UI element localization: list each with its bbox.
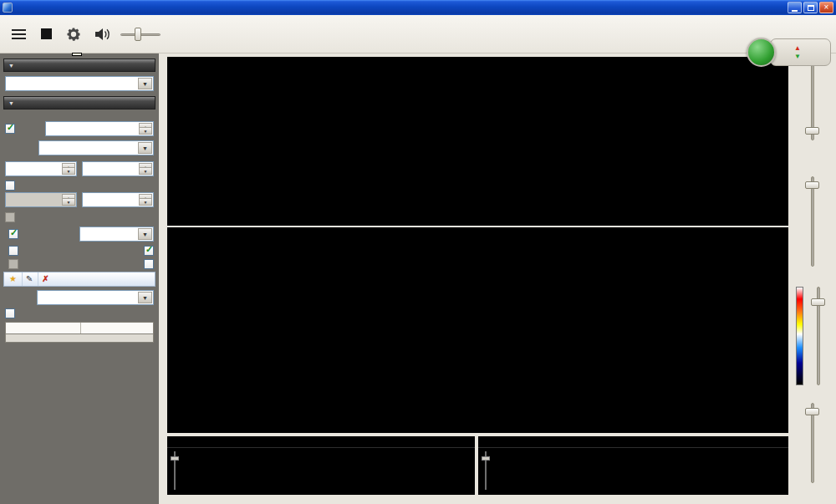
configure-tooltip — [72, 53, 82, 56]
menu-button[interactable] — [12, 29, 26, 39]
fm-edit-button[interactable] — [23, 272, 38, 286]
if-zoom-slider[interactable] — [171, 451, 179, 490]
swap-iq-checkbox[interactable] — [144, 259, 154, 269]
zoom-slider-handle[interactable] — [805, 127, 819, 135]
frequency-manager-toolbar — [3, 272, 155, 287]
range-slider[interactable] — [811, 287, 825, 385]
fm-stereo-checkbox — [5, 212, 15, 222]
source-device-select[interactable] — [5, 76, 154, 91]
cw-shift-input[interactable] — [82, 192, 154, 207]
display-settings-bar — [788, 53, 836, 504]
step-size-select[interactable] — [79, 227, 154, 242]
panel-header-radio[interactable] — [3, 96, 155, 109]
shift-input[interactable] — [45, 121, 154, 136]
audio-zoom-slider-handle[interactable] — [482, 456, 490, 461]
lock-carrier-checkbox[interactable] — [8, 246, 18, 256]
audio-zoom-slider[interactable] — [482, 451, 490, 490]
squelch-input — [5, 192, 77, 207]
group-select[interactable] — [37, 290, 154, 305]
volume-slider-handle[interactable] — [135, 28, 141, 41]
if-spectrum-panel — [167, 436, 475, 495]
range-slider-handle[interactable] — [811, 298, 825, 306]
frequency-table-header — [5, 322, 154, 334]
hamburger-icon — [12, 38, 26, 39]
audio-spectrum-canvas[interactable] — [492, 448, 785, 493]
contrast-slider-handle[interactable] — [805, 181, 819, 189]
control-sidebar — [0, 53, 159, 504]
buffer-gauge — [747, 38, 776, 67]
title-bar: × — [0, 0, 836, 15]
delete-icon — [42, 275, 48, 283]
column-header-name — [6, 323, 81, 333]
maximize-button[interactable] — [803, 2, 818, 13]
hamburger-icon — [12, 29, 26, 31]
filter-select[interactable] — [38, 140, 154, 155]
frequency-table-body — [5, 334, 154, 343]
edit-icon — [26, 275, 33, 283]
new-icon — [9, 275, 17, 283]
close-icon: × — [824, 3, 829, 12]
minimize-button[interactable] — [788, 2, 802, 13]
audio-spectrum-panel — [478, 436, 788, 495]
order-input[interactable] — [82, 161, 154, 176]
show-on-spectrum-checkbox[interactable] — [5, 308, 15, 318]
snap-to-grid-checkbox[interactable] — [8, 229, 18, 239]
toolbar — [0, 15, 836, 53]
spectrum-canvas[interactable] — [167, 57, 788, 226]
fm-delete-button[interactable] — [38, 272, 54, 286]
if-spectrum-canvas[interactable] — [181, 448, 472, 493]
gear-icon — [65, 26, 82, 43]
spectrum-panel — [167, 57, 788, 226]
waterfall-colormap-bar — [796, 287, 803, 385]
configure-button[interactable] — [65, 26, 82, 43]
offset-slider-handle[interactable] — [805, 408, 819, 415]
app-icon — [3, 3, 13, 13]
minimize-icon — [792, 10, 798, 12]
anti-fading-checkbox — [8, 259, 18, 269]
fm-new-button[interactable] — [6, 272, 23, 286]
contrast-slider[interactable] — [805, 176, 819, 267]
stop-button[interactable] — [41, 28, 52, 39]
zoom-slider[interactable] — [805, 64, 819, 140]
bandwidth-input[interactable] — [5, 161, 77, 176]
waterfall-panel — [167, 227, 788, 433]
mute-button[interactable] — [94, 27, 112, 42]
if-zoom-slider-handle[interactable] — [171, 456, 179, 461]
squelch-checkbox[interactable] — [5, 181, 15, 191]
close-button[interactable]: × — [819, 2, 833, 13]
volume-slider[interactable] — [120, 27, 161, 42]
offset-slider[interactable] — [805, 403, 819, 483]
waterfall-canvas[interactable] — [167, 227, 788, 433]
panel-header-source[interactable] — [3, 59, 155, 72]
network-rate-panel: ▲ ▼ — [770, 38, 831, 66]
shift-checkbox[interactable] — [5, 124, 15, 134]
upload-arrow-icon: ▲ — [794, 44, 801, 52]
contrast-slider-track — [811, 176, 814, 267]
hamburger-icon — [12, 33, 26, 35]
correct-iq-checkbox[interactable] — [144, 246, 154, 256]
maximize-icon — [808, 5, 814, 11]
frequency-table — [5, 322, 154, 343]
speaker-icon — [94, 27, 112, 42]
download-arrow-icon: ▼ — [794, 53, 801, 60]
